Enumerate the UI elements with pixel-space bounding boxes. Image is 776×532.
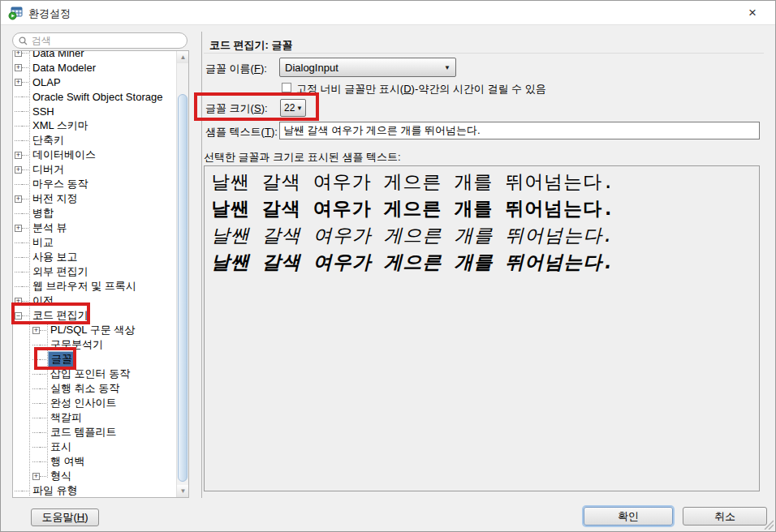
font-size-dropdown[interactable]: 22 ▼ <box>280 99 306 117</box>
tree-item[interactable]: 구문분석기 <box>13 337 176 352</box>
tree-item-label: 이전 <box>30 294 56 308</box>
tree-item[interactable]: − 코드 편집기 <box>13 308 176 323</box>
tree-item-label: 책갈피 <box>48 410 84 425</box>
tree-item[interactable]: Oracle Swift Object Storage <box>13 89 176 104</box>
search-placeholder: 검색 <box>32 34 51 48</box>
tree-item[interactable]: 완성 인사이트 <box>13 396 176 410</box>
tree-item-label: 파일 유형 <box>30 483 80 498</box>
tree-dotted-connector <box>15 140 22 141</box>
cancel-button[interactable]: 취소 <box>683 507 767 526</box>
tree-item[interactable]: XML 스키마 <box>13 118 176 133</box>
tree-item[interactable]: + 디버거 <box>13 162 176 177</box>
window-title: 환경설정 <box>28 6 71 21</box>
tree-item[interactable]: 행 여백 <box>13 454 176 469</box>
tree-item[interactable]: 실행 취소 동작 <box>13 381 176 396</box>
tree-dotted-connector <box>32 374 40 375</box>
tree-item[interactable]: SSH <box>13 104 176 118</box>
tree-item[interactable]: + Data Miner <box>13 50 176 60</box>
tree-dotted-connector <box>15 491 22 491</box>
ok-button[interactable]: 확인 <box>584 507 673 526</box>
expand-plus-icon[interactable]: + <box>32 473 40 480</box>
tree-item[interactable]: + 분석 뷰 <box>13 221 176 235</box>
collapse-minus-icon[interactable]: − <box>15 312 22 320</box>
expand-plus-icon[interactable]: + <box>15 64 22 71</box>
tree-dotted-connector <box>15 286 22 287</box>
tree-item-label: 삽입 포인터 동작 <box>48 367 132 381</box>
titlebar: 환경설정 × <box>1 1 775 25</box>
tree-dotted-connector <box>22 257 28 258</box>
tree-item[interactable]: 웹 브라우저 및 프록시 <box>13 279 176 294</box>
tree-dotted-connector <box>32 447 40 448</box>
tree-item[interactable]: + OLAP <box>13 75 176 89</box>
tree-item-label: 비교 <box>30 235 56 250</box>
tree-dotted-connector <box>40 461 46 462</box>
tree-dotted-connector <box>22 272 28 272</box>
close-icon[interactable]: × <box>743 4 762 22</box>
tree-dotted-connector <box>40 359 46 360</box>
expand-plus-icon[interactable]: + <box>32 327 40 334</box>
tree-item-label: Data Modeler <box>30 62 98 74</box>
expand-plus-icon[interactable]: + <box>15 195 22 203</box>
tree-item-label: OLAP <box>30 76 63 88</box>
tree-scrollbar[interactable]: ▲ ▼ <box>176 51 188 497</box>
help-button[interactable]: 도움말(H) <box>31 508 99 526</box>
sample-text-input[interactable]: 날쌘 갈색 여우가 게으른 개를 뛰어넘는다. <box>279 122 760 139</box>
tree-dotted-connector <box>22 491 28 491</box>
expand-plus-icon[interactable]: + <box>15 50 22 57</box>
tree-item[interactable]: 마우스 동작 <box>13 177 176 191</box>
fixed-width-checkbox-label: 고정 너비 글꼴만 표시(D)-약간의 시간이 걸릴 수 있음 <box>296 82 546 97</box>
tree-dotted-connector <box>15 242 22 243</box>
tree-dotted-connector <box>32 432 40 433</box>
tree-item[interactable]: 병합 <box>13 206 176 221</box>
fixed-width-checkbox[interactable] <box>282 83 291 92</box>
preview-sample-line: 날쌘 갈색 여우가 게으른 개를 뛰어넘는다. <box>211 249 752 276</box>
tree-dotted-connector <box>15 257 22 258</box>
tree-item[interactable]: + 이전 <box>13 294 176 308</box>
tree-item[interactable]: 표시 <box>13 440 176 454</box>
tree-item[interactable]: 글꼴 <box>13 352 176 367</box>
expand-plus-icon[interactable]: + <box>15 79 22 86</box>
tree-item[interactable]: 단축키 <box>13 133 176 148</box>
tree-item[interactable]: 외부 편집기 <box>13 264 176 279</box>
font-name-label: 글꼴 이름(F): <box>205 62 267 76</box>
tree-item-label: 형식 <box>48 469 74 483</box>
tree-item[interactable]: 사용 보고 <box>13 250 176 264</box>
resize-grip[interactable] <box>762 518 774 530</box>
font-name-dropdown[interactable]: DialogInput ▼ <box>279 58 456 77</box>
tree-item[interactable]: + 버전 지정 <box>13 191 176 206</box>
tree-dotted-connector <box>40 432 46 433</box>
scrollbar-thumb[interactable] <box>178 94 188 482</box>
search-input[interactable]: 검색 <box>12 32 188 49</box>
tree-item-label: 병합 <box>30 206 56 221</box>
tree-item[interactable]: 삽입 포인터 동작 <box>13 367 176 381</box>
tree-item[interactable]: 파일 유형 <box>13 483 176 498</box>
expand-plus-icon[interactable]: + <box>15 225 22 232</box>
tree-dotted-connector <box>22 126 28 127</box>
tree-item[interactable]: + 데이터베이스 <box>13 148 176 162</box>
tree-item[interactable]: 책갈피 <box>13 410 176 425</box>
preferences-tree[interactable]: + Data Miner + Data Modeler + OLAP Oracl… <box>12 50 189 498</box>
tree-item[interactable]: 비교 <box>13 235 176 250</box>
tree-dotted-connector <box>40 345 46 345</box>
tree-item-label: PL/SQL 구문 색상 <box>48 323 137 337</box>
tree-dotted-connector <box>32 388 40 389</box>
expand-plus-icon[interactable]: + <box>15 298 22 305</box>
tree-dotted-connector <box>40 418 46 418</box>
preview-sample-line: 날쌘 갈색 여우가 게으른 개를 뛰어넘는다. <box>211 195 752 222</box>
scroll-up-icon[interactable]: ▲ <box>177 51 189 63</box>
tree-item[interactable]: 코드 템플리트 <box>13 425 176 440</box>
tree-item[interactable]: + 형식 <box>13 469 176 483</box>
tree-dotted-connector <box>40 476 46 477</box>
tree-item-label: Data Miner <box>30 50 87 59</box>
font-size-value: 22 <box>284 102 295 114</box>
scroll-down-icon[interactable]: ▼ <box>177 485 189 497</box>
expand-plus-icon[interactable]: + <box>15 152 22 159</box>
tree-item[interactable]: + PL/SQL 구문 색상 <box>13 323 176 337</box>
expand-plus-icon[interactable]: + <box>15 166 22 174</box>
tree-dotted-connector <box>22 242 28 243</box>
tree-item[interactable]: + Data Modeler <box>13 60 176 75</box>
tree-dotted-connector <box>32 461 40 462</box>
app-icon <box>8 6 23 20</box>
tree-dotted-connector <box>22 140 28 141</box>
font-size-label: 글꼴 크기(S): <box>205 101 268 116</box>
